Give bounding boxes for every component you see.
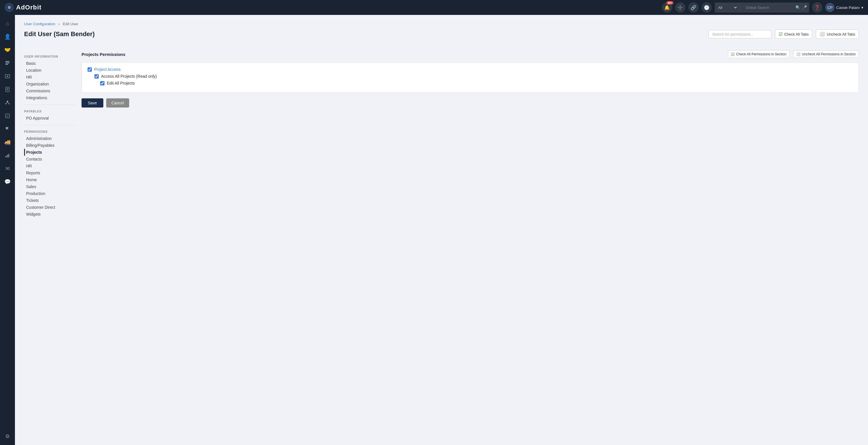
perm-access-all-label: Access All Projects (Read only) [101, 74, 157, 78]
sidebar-item-contacts[interactable]: 👤 [1, 30, 14, 43]
svg-rect-16 [8, 154, 9, 158]
nav-widgets[interactable]: Widgets [24, 211, 76, 218]
history-button[interactable]: 🕐 [702, 2, 712, 12]
help-button[interactable]: ❓ [812, 2, 823, 12]
nav-divider-2 [24, 125, 76, 125]
perm-project-access: Project Access [88, 67, 853, 72]
sidebar-item-flag[interactable] [1, 123, 14, 135]
left-nav: USER INFORMATION Basic Location HR Organ… [24, 50, 82, 218]
breadcrumb-current: Edit User [63, 22, 78, 26]
avatar: CP [825, 3, 834, 12]
main-content: User Configuration » Edit User Edit User… [15, 15, 868, 445]
nav-section-payables: PAYABLES [24, 109, 76, 113]
sidebar-item-invoices[interactable] [1, 83, 14, 96]
perm-access-all-projects: Access All Projects (Read only) [94, 74, 853, 78]
topnav: ⊙ AdOrbit 🔔 99+ ➕ 🔗 🕐 All Contacts Proje… [0, 0, 868, 15]
check-all-tabs-button[interactable]: ☑ Check All Tabs [775, 30, 812, 39]
nav-reports[interactable]: Reports [24, 169, 76, 176]
uncheck-all-tabs-button[interactable]: ⬜ Uncheck All Tabs [816, 30, 859, 39]
perm-project-access-checkbox[interactable] [88, 67, 92, 72]
nav-location[interactable]: Location [24, 67, 76, 74]
check-all-tabs-label: Check All Tabs [784, 32, 809, 36]
logo-area: ⊙ AdOrbit [5, 3, 42, 12]
right-content: Projects Permissions ☑ Check All Permiss… [82, 50, 859, 218]
uncheck-section-icon: ⬜ [796, 52, 801, 56]
perm-edit-all-checkbox[interactable] [100, 81, 104, 85]
nav-hr-perms[interactable]: HR [24, 163, 76, 169]
permissions-search-input[interactable] [708, 30, 772, 38]
user-area[interactable]: CP Cassie Pataro ▾ [825, 3, 863, 12]
nav-billing-payables[interactable]: Billing/Payables [24, 142, 76, 149]
nav-contacts[interactable]: Contacts [24, 156, 76, 163]
user-name: Cassie Pataro [836, 5, 860, 10]
check-icon: ☑ [779, 32, 782, 37]
uncheck-icon: ⬜ [819, 32, 825, 37]
svg-line-11 [6, 102, 7, 104]
sidebar-item-deals[interactable]: 🤝 [1, 43, 14, 56]
nav-home[interactable]: Home [24, 176, 76, 183]
user-initials: CP [827, 5, 832, 10]
svg-line-12 [7, 102, 9, 104]
breadcrumb-separator: » [58, 22, 60, 26]
perm-edit-all-label: Edit All Projects [107, 81, 135, 85]
nav-projects[interactable]: Projects [24, 149, 76, 156]
nav-po-approval[interactable]: PO Approval [24, 115, 76, 122]
sidebar-item-analytics[interactable] [1, 149, 14, 162]
page-title: Edit User (Sam Bender) [24, 30, 95, 38]
save-button[interactable]: Save [82, 98, 103, 107]
sidebar-item-chat[interactable]: 💬 [1, 175, 14, 188]
alerts-button[interactable]: 🔔 99+ [662, 2, 672, 12]
search-area: All Contacts Projects Orders | 🔍 🎤 [715, 3, 809, 12]
search-submit-icon[interactable]: 🔍 [795, 5, 800, 10]
sidebar-item-tasks[interactable] [1, 109, 14, 122]
nav-production[interactable]: Production [24, 190, 76, 197]
cancel-button[interactable]: Cancel [106, 98, 129, 107]
nav-organization[interactable]: Organization [24, 80, 76, 88]
nav-tickets[interactable]: Tickets [24, 197, 76, 204]
check-all-section-button[interactable]: ☑ Check All Permissions in Section [728, 50, 789, 58]
section-title: Projects Permissions [82, 52, 125, 57]
check-section-icon: ☑ [731, 52, 735, 57]
perm-project-access-link[interactable]: Project Access [94, 67, 121, 72]
sidebar-item-media[interactable] [1, 70, 14, 82]
notification-badge: 99+ [666, 1, 673, 5]
search-scope-select[interactable]: All Contacts Projects Orders [717, 5, 738, 10]
nav-basic[interactable]: Basic [24, 60, 76, 67]
sidebar-bottom: ⚙ [1, 430, 14, 443]
section-header: Projects Permissions ☑ Check All Permiss… [82, 50, 859, 58]
global-search-input[interactable] [742, 4, 794, 11]
search-divider: | [739, 5, 741, 10]
microphone-icon[interactable]: 🎤 [802, 5, 807, 10]
nav-sales[interactable]: Sales [24, 183, 76, 190]
help-icon: ❓ [814, 5, 820, 10]
link-button[interactable]: 🔗 [688, 2, 699, 12]
breadcrumb-parent[interactable]: User Configuration [24, 22, 55, 26]
sidebar-item-crm[interactable] [1, 96, 14, 109]
svg-rect-1 [5, 63, 9, 63]
nav-divider-1 [24, 105, 76, 105]
sidebar-item-home[interactable]: ⌂ [1, 17, 14, 30]
nav-integrations[interactable]: Integrations [24, 94, 76, 101]
uncheck-all-tabs-label: Uncheck All Tabs [827, 32, 855, 36]
svg-rect-0 [5, 61, 9, 62]
sidebar-item-email[interactable]: ✉ [1, 162, 14, 175]
sidebar-item-delivery[interactable]: 🚚 [1, 136, 14, 148]
sidebar-item-orders[interactable] [1, 57, 14, 69]
perm-access-all-checkbox[interactable] [94, 74, 99, 78]
nav-hr[interactable]: HR [24, 74, 76, 80]
layout: USER INFORMATION Basic Location HR Organ… [24, 50, 859, 218]
svg-rect-14 [5, 156, 6, 158]
uncheck-all-section-button[interactable]: ⬜ Uncheck All Permissions in Section [793, 50, 859, 58]
logo-text: AdOrbit [16, 4, 42, 11]
add-button[interactable]: ➕ [675, 2, 685, 12]
perm-edit-all-projects: Edit All Projects [100, 81, 853, 85]
nav-commissions[interactable]: Commissions [24, 88, 76, 94]
nav-section-permissions: PERMISSIONS [24, 130, 76, 133]
sidebar: ⌂ 👤 🤝 🚚 ✉ 💬 ⚙ [0, 15, 15, 445]
nav-customer-direct[interactable]: Customer Direct [24, 204, 76, 211]
action-buttons: Save Cancel [82, 98, 859, 107]
nav-administration[interactable]: Administration [24, 135, 76, 142]
sidebar-item-settings[interactable]: ⚙ [1, 430, 14, 443]
nav-section-user-info: USER INFORMATION [24, 55, 76, 58]
svg-point-8 [7, 101, 8, 102]
